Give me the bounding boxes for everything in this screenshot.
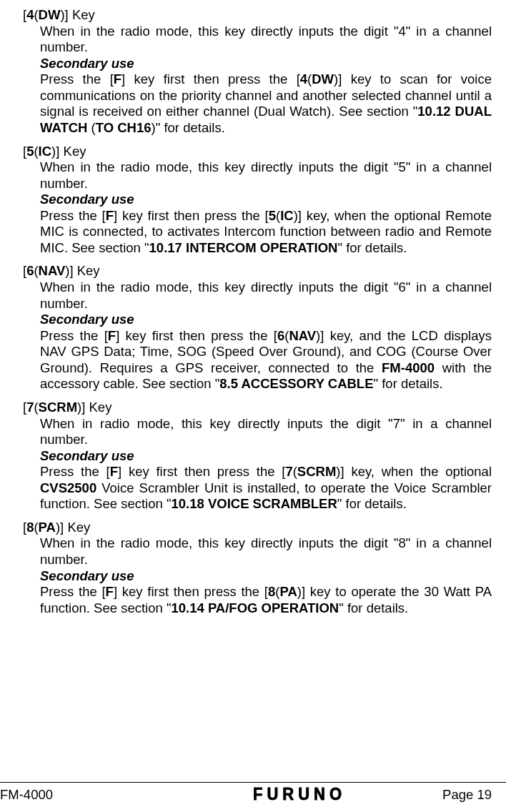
footer-logo: FURUNO (253, 786, 346, 806)
page-footer: FM-4000 FURUNO Page 19 (0, 782, 506, 812)
key-description: When in the radio mode, this key directl… (40, 279, 492, 392)
secondary-use-text: Press the [F] key first then press the [… (40, 71, 492, 136)
primary-use-text: When in the radio mode, this key directl… (40, 279, 492, 312)
secondary-use-label: Secondary use (40, 192, 492, 208)
key-title: [5(IC)] Key (23, 144, 492, 160)
key-description: When in radio mode, this key directly in… (40, 416, 492, 513)
primary-use-text: When in the radio mode, this key directl… (40, 535, 492, 568)
key-title: [4(DW)] Key (23, 7, 492, 24)
secondary-use-label: Secondary use (40, 568, 492, 585)
key-entry-7scrm: [7(SCRM)] Key When in radio mode, this k… (0, 400, 492, 513)
footer-model: FM-4000 (0, 787, 53, 803)
secondary-use-label: Secondary use (40, 312, 492, 328)
secondary-use-text: Press the [F] key first then press the [… (40, 328, 492, 392)
secondary-use-text: Press the [F] key first then press the [… (40, 584, 492, 616)
primary-use-text: When in the radio mode, this key directl… (40, 159, 492, 192)
key-entry-8pa: [8(PA)] Key When in the radio mode, this… (0, 520, 492, 616)
secondary-use-text: Press the [F] key first then press the [… (40, 464, 492, 513)
primary-use-text: When in the radio mode, this key directl… (40, 24, 492, 56)
key-title: [6(NAV)] Key (23, 263, 492, 279)
primary-use-text: When in radio mode, this key directly in… (40, 416, 492, 448)
key-description: When in the radio mode, this key directl… (40, 535, 492, 616)
key-entry-4dw: [4(DW)] Key When in the radio mode, this… (0, 7, 492, 137)
secondary-use-label: Secondary use (40, 448, 492, 465)
secondary-use-text: Press the [F] key first then press the [… (40, 208, 492, 257)
key-entry-6nav: [6(NAV)] Key When in the radio mode, thi… (0, 263, 492, 392)
page-content: [4(DW)] Key When in the radio mode, this… (0, 0, 506, 772)
key-entry-5ic: [5(IC)] Key When in the radio mode, this… (0, 144, 492, 257)
key-description: When in the radio mode, this key directl… (40, 24, 492, 137)
key-title: [7(SCRM)] Key (23, 400, 492, 416)
secondary-use-label: Secondary use (40, 56, 492, 72)
key-title: [8(PA)] Key (23, 520, 492, 536)
key-description: When in the radio mode, this key directl… (40, 159, 492, 256)
footer-page-number: Page 19 (442, 787, 492, 803)
